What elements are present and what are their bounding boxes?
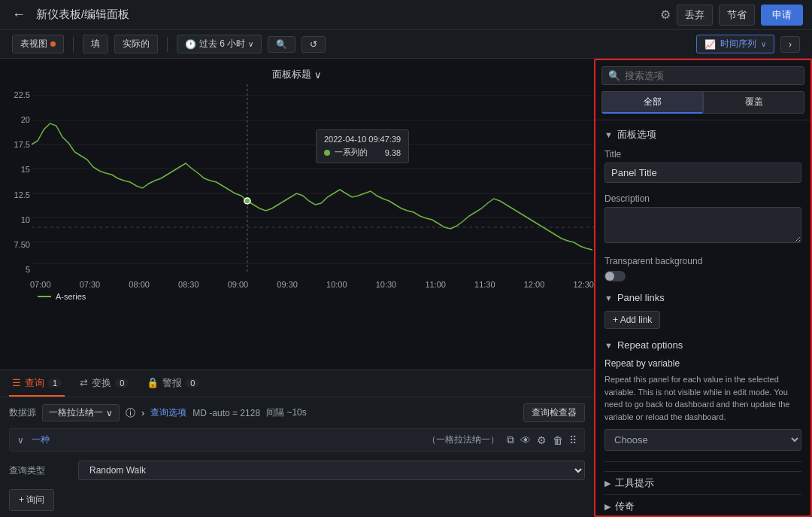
toolbar-divider-1 <box>73 37 74 52</box>
series-drag-icon[interactable]: ⠿ <box>569 434 577 446</box>
legend-section[interactable]: ▶ 传奇 <box>604 494 801 515</box>
view-mode-label: 表视图 <box>20 38 47 50</box>
apply-button[interactable]: 申请 <box>761 5 803 26</box>
repeat-by-variable-label: Repeat by variable <box>604 358 801 369</box>
gear-icon[interactable]: ⚙ <box>660 8 671 22</box>
tab-alert[interactable]: 🔒 警报 0 <box>144 370 202 397</box>
main-content: 面板标题 ∨ 22.5 20 17.5 15 12.5 10 7.50 5 <box>0 59 812 517</box>
panel-options-header[interactable]: ▼ 面板选项 <box>604 128 801 141</box>
repeat-description: Repeat this panel for each value in the … <box>604 373 801 423</box>
section-divider <box>604 461 801 462</box>
datasource-value: 一格拉法纳一 <box>49 406 103 419</box>
refresh-button[interactable]: ↺ <box>301 36 326 53</box>
title-field-label: Title <box>604 149 801 160</box>
query-inspector-button[interactable]: 查询检查器 <box>523 403 585 422</box>
tab-query-label: 查询 <box>25 376 44 390</box>
transparent-label: Transparent background <box>604 256 801 266</box>
query-interval-info: 间隔 ~10s <box>266 406 307 419</box>
search-input[interactable] <box>625 70 798 81</box>
transparent-label-row: Transparent background <box>604 256 801 266</box>
tooltip-section-label: 工具提示 <box>615 476 654 490</box>
tab-transform-icon: ⇄ <box>80 377 88 388</box>
tooltip-section[interactable]: ▶ 工具提示 <box>604 471 801 494</box>
top-nav-right: ⚙ 丢弃 节省 申请 <box>660 5 803 26</box>
datasource-label: 数据源 <box>9 406 36 419</box>
description-field-group: Description <box>604 193 801 245</box>
repeat-variable-select[interactable]: Choose <box>604 429 801 451</box>
query-arrow: › <box>141 407 144 418</box>
chart-title[interactable]: 面板标题 ∨ <box>272 68 322 81</box>
timeseries-button[interactable]: 📈 时间序列 ∨ <box>696 35 774 53</box>
add-link-button[interactable]: + Add link <box>604 311 660 329</box>
add-query-button[interactable]: + 询问 <box>9 489 54 511</box>
legend-arrow-icon: ▶ <box>604 502 611 512</box>
expand-icon: › <box>789 39 792 50</box>
series-settings-icon[interactable]: ⚙ <box>537 434 547 446</box>
time-range-button[interactable]: 🕐 过去 6 小时 ∨ <box>177 35 262 53</box>
query-type-select[interactable]: Random Walk <box>78 461 585 480</box>
description-input[interactable] <box>604 207 801 243</box>
query-section: 数据源 一格拉法纳一 ∨ ⓘ › 查询选项 MD -auto = 2128 间隔… <box>0 397 594 517</box>
toolbar-right: 📈 时间序列 ∨ › <box>696 35 800 53</box>
chart-title-chevron: ∨ <box>314 69 322 81</box>
chart-svg <box>0 84 594 272</box>
series-delete-icon[interactable]: 🗑 <box>553 434 563 446</box>
title-input[interactable] <box>604 163 801 183</box>
query-md-info: MD -auto = 2128 <box>192 408 260 418</box>
view-mode-button[interactable]: 表视图 <box>12 35 64 53</box>
tab-query-badge: 1 <box>48 379 62 388</box>
filter-tabs: 全部 覆盖 <box>601 91 804 114</box>
transparent-toggle[interactable] <box>604 271 626 281</box>
back-button[interactable]: ← <box>9 7 29 23</box>
panel-links-header[interactable]: ▼ Panel links <box>604 292 801 303</box>
filter-tab-all[interactable]: 全部 <box>601 91 703 114</box>
view-dot <box>50 41 56 47</box>
tab-alert-badge: 0 <box>186 379 199 388</box>
discard-button[interactable]: 丢弃 <box>677 5 713 26</box>
chart-legend: A-series <box>0 289 594 304</box>
series-copy-icon[interactable]: ⧉ <box>507 433 514 446</box>
bottom-tabs: ☰ 查询 1 ⇄ 变换 0 🔒 警报 0 <box>0 370 594 397</box>
repeat-variable-group: Repeat by variable Repeat this panel for… <box>604 358 801 451</box>
tab-query-icon: ☰ <box>12 377 21 388</box>
series-row: ∨ 一种 （一格拉法纳一） ⧉ 👁 ⚙ 🗑 ⠿ <box>9 428 585 452</box>
timeseries-label: 时间序列 <box>720 38 756 50</box>
expand-button[interactable]: › <box>780 36 800 53</box>
title-field-group: Title <box>604 149 801 183</box>
query-bar: 数据源 一格拉法纳一 ∨ ⓘ › 查询选项 MD -auto = 2128 间隔… <box>9 403 585 422</box>
save-button[interactable]: 节省 <box>719 5 755 26</box>
right-panel-body: ▼ 面板选项 Title Description Transparent bac… <box>595 120 810 515</box>
repeat-options-header[interactable]: ▼ Repeat options <box>604 339 801 351</box>
toolbar-left: 表视图 填 实际的 🕐 过去 6 小时 ∨ 🔍 ↺ <box>12 35 690 53</box>
timeseries-chevron: ∨ <box>761 40 766 48</box>
description-field-label: Description <box>604 193 801 204</box>
transparent-toggle-row <box>604 271 801 281</box>
datasource-select[interactable]: 一格拉法纳一 ∨ <box>42 404 120 421</box>
refresh-icon: ↺ <box>310 39 317 50</box>
toolbar-divider-2 <box>167 37 168 52</box>
search-icon: 🔍 <box>608 70 620 81</box>
chart-title-bar: 面板标题 ∨ <box>0 66 594 84</box>
tab-transform[interactable]: ⇄ 变换 0 <box>77 370 132 397</box>
search-wrapper: 🔍 <box>601 66 804 85</box>
filter-tab-overrides[interactable]: 覆盖 <box>703 91 804 114</box>
query-info-icon[interactable]: ⓘ <box>126 406 135 420</box>
chart-x-labels: 07:00 07:30 08:00 08:30 09:00 09:30 10:0… <box>0 280 594 289</box>
actual-button[interactable]: 实际的 <box>114 35 158 53</box>
tab-transform-badge: 0 <box>115 379 129 388</box>
legend-section-label: 传奇 <box>615 500 635 513</box>
fill-label: 填 <box>91 38 100 50</box>
series-eye-icon[interactable]: 👁 <box>520 434 531 446</box>
series-collapse-icon: ∨ <box>17 435 24 446</box>
tab-query[interactable]: ☰ 查询 1 <box>9 370 65 397</box>
query-options-link[interactable]: 查询选项 <box>150 406 186 419</box>
fill-button[interactable]: 填 <box>83 35 108 53</box>
zoom-icon: 🔍 <box>276 39 287 50</box>
actual-label: 实际的 <box>123 38 150 50</box>
tab-transform-label: 变换 <box>92 376 111 390</box>
series-name: 一种 <box>32 433 420 446</box>
top-nav-left: ← 新仪表板/编辑面板 <box>9 7 129 23</box>
repeat-options-collapse-icon: ▼ <box>604 341 613 350</box>
repeat-options-label: Repeat options <box>617 339 683 351</box>
zoom-out-button[interactable]: 🔍 <box>268 36 295 53</box>
